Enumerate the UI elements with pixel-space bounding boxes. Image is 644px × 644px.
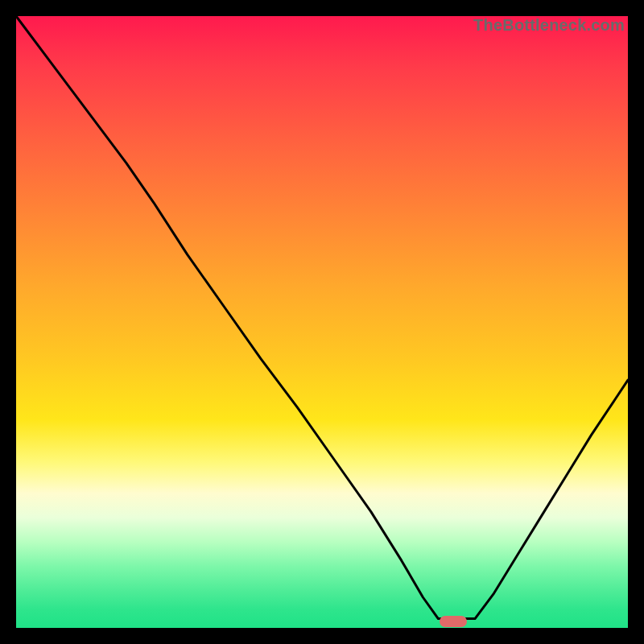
optimal-marker [440,616,467,627]
chart-frame: TheBottleneck.com [16,16,628,628]
bottleneck-curve [16,16,628,628]
